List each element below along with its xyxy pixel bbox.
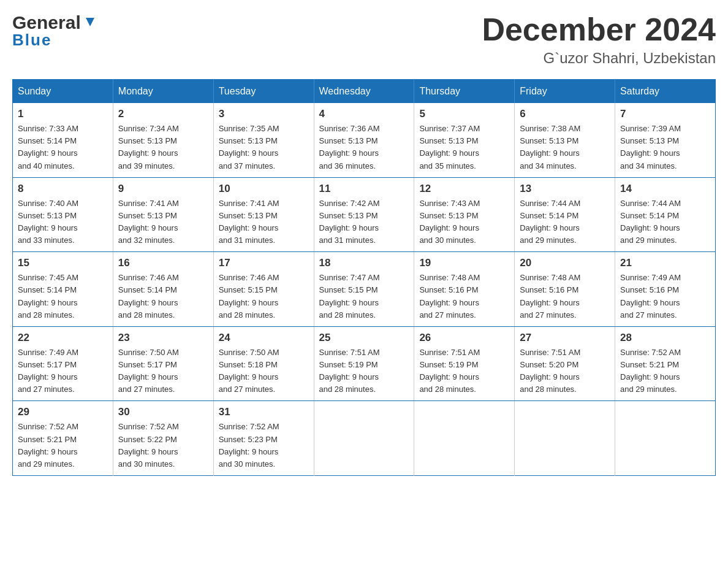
table-row: 7Sunrise: 7:39 AMSunset: 5:13 PMDaylight… bbox=[615, 103, 716, 177]
day-number: 6 bbox=[520, 108, 610, 120]
svg-marker-0 bbox=[86, 18, 94, 26]
day-number: 14 bbox=[620, 183, 710, 195]
day-info: Sunrise: 7:38 AMSunset: 5:13 PMDaylight:… bbox=[520, 123, 610, 172]
day-number: 31 bbox=[219, 406, 309, 418]
table-row: 12Sunrise: 7:43 AMSunset: 5:13 PMDayligh… bbox=[414, 177, 515, 252]
day-info: Sunrise: 7:35 AMSunset: 5:13 PMDaylight:… bbox=[219, 123, 309, 172]
table-row: 14Sunrise: 7:44 AMSunset: 5:14 PMDayligh… bbox=[615, 177, 716, 252]
day-number: 25 bbox=[319, 332, 409, 344]
day-number: 15 bbox=[18, 257, 108, 269]
day-number: 1 bbox=[18, 108, 108, 120]
day-info: Sunrise: 7:51 AMSunset: 5:19 PMDaylight:… bbox=[319, 347, 409, 396]
day-info: Sunrise: 7:47 AMSunset: 5:15 PMDaylight:… bbox=[319, 272, 409, 321]
day-number: 11 bbox=[319, 183, 409, 195]
table-row: 20Sunrise: 7:48 AMSunset: 5:16 PMDayligh… bbox=[515, 252, 615, 327]
day-info: Sunrise: 7:41 AMSunset: 5:13 PMDaylight:… bbox=[219, 197, 309, 247]
day-number: 26 bbox=[419, 332, 509, 344]
table-row: 8Sunrise: 7:40 AMSunset: 5:13 PMDaylight… bbox=[13, 177, 113, 252]
day-info: Sunrise: 7:44 AMSunset: 5:14 PMDaylight:… bbox=[620, 197, 710, 247]
table-row bbox=[314, 401, 414, 476]
day-info: Sunrise: 7:39 AMSunset: 5:13 PMDaylight:… bbox=[620, 123, 710, 172]
week-row-4: 22Sunrise: 7:49 AMSunset: 5:17 PMDayligh… bbox=[13, 326, 716, 401]
day-info: Sunrise: 7:46 AMSunset: 5:14 PMDaylight:… bbox=[118, 272, 208, 321]
logo: General Blue bbox=[12, 12, 97, 50]
day-info: Sunrise: 7:44 AMSunset: 5:14 PMDaylight:… bbox=[520, 197, 610, 247]
page-title: December 2024 bbox=[482, 12, 716, 47]
col-tuesday: Tuesday bbox=[213, 80, 314, 104]
table-row: 9Sunrise: 7:41 AMSunset: 5:13 PMDaylight… bbox=[113, 177, 213, 252]
day-number: 12 bbox=[419, 183, 509, 195]
day-number: 17 bbox=[219, 257, 309, 269]
table-row: 30Sunrise: 7:52 AMSunset: 5:22 PMDayligh… bbox=[113, 401, 213, 476]
table-row: 6Sunrise: 7:38 AMSunset: 5:13 PMDaylight… bbox=[515, 103, 615, 177]
table-row: 2Sunrise: 7:34 AMSunset: 5:13 PMDaylight… bbox=[113, 103, 213, 177]
week-row-2: 8Sunrise: 7:40 AMSunset: 5:13 PMDaylight… bbox=[13, 177, 716, 252]
col-thursday: Thursday bbox=[414, 80, 515, 104]
day-number: 22 bbox=[18, 332, 108, 344]
day-number: 21 bbox=[620, 257, 710, 269]
table-row: 31Sunrise: 7:52 AMSunset: 5:23 PMDayligh… bbox=[213, 401, 314, 476]
col-wednesday: Wednesday bbox=[314, 80, 414, 104]
title-section: December 2024 G`uzor Shahri, Uzbekistan bbox=[482, 12, 716, 67]
day-info: Sunrise: 7:41 AMSunset: 5:13 PMDaylight:… bbox=[118, 197, 208, 247]
table-row: 1Sunrise: 7:33 AMSunset: 5:14 PMDaylight… bbox=[13, 103, 113, 177]
table-row: 4Sunrise: 7:36 AMSunset: 5:13 PMDaylight… bbox=[314, 103, 414, 177]
week-row-3: 15Sunrise: 7:45 AMSunset: 5:14 PMDayligh… bbox=[13, 252, 716, 327]
table-row: 28Sunrise: 7:52 AMSunset: 5:21 PMDayligh… bbox=[615, 326, 716, 401]
day-number: 19 bbox=[419, 257, 509, 269]
table-row: 24Sunrise: 7:50 AMSunset: 5:18 PMDayligh… bbox=[213, 326, 314, 401]
table-row: 25Sunrise: 7:51 AMSunset: 5:19 PMDayligh… bbox=[314, 326, 414, 401]
day-number: 18 bbox=[319, 257, 409, 269]
table-row: 10Sunrise: 7:41 AMSunset: 5:13 PMDayligh… bbox=[213, 177, 314, 252]
day-number: 8 bbox=[18, 183, 108, 195]
day-info: Sunrise: 7:50 AMSunset: 5:18 PMDaylight:… bbox=[219, 347, 309, 396]
day-info: Sunrise: 7:34 AMSunset: 5:13 PMDaylight:… bbox=[118, 123, 208, 172]
table-row: 3Sunrise: 7:35 AMSunset: 5:13 PMDaylight… bbox=[213, 103, 314, 177]
day-info: Sunrise: 7:52 AMSunset: 5:21 PMDaylight:… bbox=[18, 421, 108, 470]
table-row bbox=[414, 401, 515, 476]
logo-general-text: General bbox=[12, 12, 81, 33]
page-header: General Blue December 2024 G`uzor Shahri… bbox=[12, 12, 716, 67]
day-number: 5 bbox=[419, 108, 509, 120]
day-info: Sunrise: 7:51 AMSunset: 5:19 PMDaylight:… bbox=[419, 347, 509, 396]
table-row: 13Sunrise: 7:44 AMSunset: 5:14 PMDayligh… bbox=[515, 177, 615, 252]
table-row: 27Sunrise: 7:51 AMSunset: 5:20 PMDayligh… bbox=[515, 326, 615, 401]
week-row-1: 1Sunrise: 7:33 AMSunset: 5:14 PMDaylight… bbox=[13, 103, 716, 177]
day-number: 30 bbox=[118, 406, 208, 418]
day-info: Sunrise: 7:52 AMSunset: 5:21 PMDaylight:… bbox=[620, 347, 710, 396]
day-info: Sunrise: 7:49 AMSunset: 5:16 PMDaylight:… bbox=[620, 272, 710, 321]
day-number: 3 bbox=[219, 108, 309, 120]
day-number: 27 bbox=[520, 332, 610, 344]
day-number: 23 bbox=[118, 332, 208, 344]
day-number: 29 bbox=[18, 406, 108, 418]
day-number: 4 bbox=[319, 108, 409, 120]
table-row: 5Sunrise: 7:37 AMSunset: 5:13 PMDaylight… bbox=[414, 103, 515, 177]
day-number: 10 bbox=[219, 183, 309, 195]
day-info: Sunrise: 7:43 AMSunset: 5:13 PMDaylight:… bbox=[419, 197, 509, 247]
day-number: 16 bbox=[118, 257, 208, 269]
logo-triangle-icon bbox=[83, 15, 97, 31]
day-info: Sunrise: 7:48 AMSunset: 5:16 PMDaylight:… bbox=[520, 272, 610, 321]
table-row bbox=[515, 401, 615, 476]
col-monday: Monday bbox=[113, 80, 213, 104]
day-info: Sunrise: 7:49 AMSunset: 5:17 PMDaylight:… bbox=[18, 347, 108, 396]
table-row: 18Sunrise: 7:47 AMSunset: 5:15 PMDayligh… bbox=[314, 252, 414, 327]
col-saturday: Saturday bbox=[615, 80, 716, 104]
table-row: 15Sunrise: 7:45 AMSunset: 5:14 PMDayligh… bbox=[13, 252, 113, 327]
week-row-5: 29Sunrise: 7:52 AMSunset: 5:21 PMDayligh… bbox=[13, 401, 716, 476]
col-sunday: Sunday bbox=[13, 80, 113, 104]
day-info: Sunrise: 7:45 AMSunset: 5:14 PMDaylight:… bbox=[18, 272, 108, 321]
day-info: Sunrise: 7:48 AMSunset: 5:16 PMDaylight:… bbox=[419, 272, 509, 321]
table-row: 11Sunrise: 7:42 AMSunset: 5:13 PMDayligh… bbox=[314, 177, 414, 252]
table-row: 29Sunrise: 7:52 AMSunset: 5:21 PMDayligh… bbox=[13, 401, 113, 476]
day-info: Sunrise: 7:36 AMSunset: 5:13 PMDaylight:… bbox=[319, 123, 409, 172]
table-row: 26Sunrise: 7:51 AMSunset: 5:19 PMDayligh… bbox=[414, 326, 515, 401]
day-info: Sunrise: 7:40 AMSunset: 5:13 PMDaylight:… bbox=[18, 197, 108, 247]
page-subtitle: G`uzor Shahri, Uzbekistan bbox=[482, 50, 716, 67]
day-info: Sunrise: 7:46 AMSunset: 5:15 PMDaylight:… bbox=[219, 272, 309, 321]
table-row: 23Sunrise: 7:50 AMSunset: 5:17 PMDayligh… bbox=[113, 326, 213, 401]
day-number: 13 bbox=[520, 183, 610, 195]
day-info: Sunrise: 7:37 AMSunset: 5:13 PMDaylight:… bbox=[419, 123, 509, 172]
day-number: 24 bbox=[219, 332, 309, 344]
table-row: 19Sunrise: 7:48 AMSunset: 5:16 PMDayligh… bbox=[414, 252, 515, 327]
